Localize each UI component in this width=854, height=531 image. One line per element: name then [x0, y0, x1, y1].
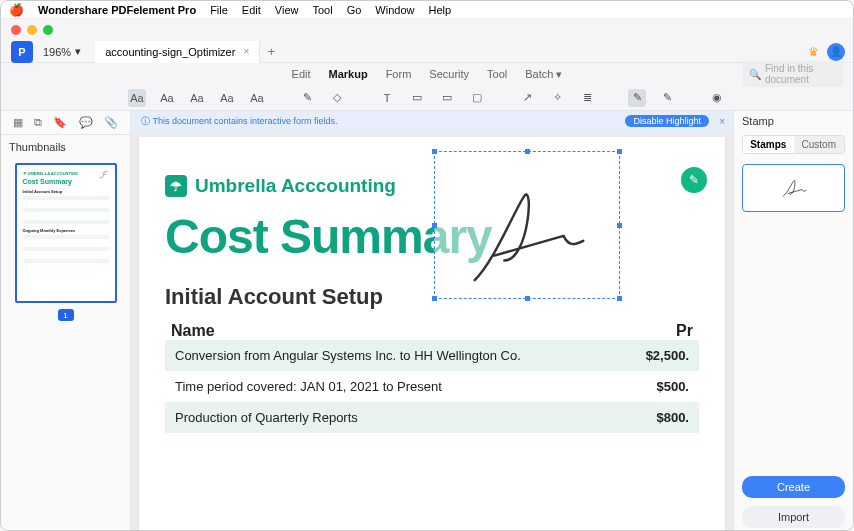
resize-handle[interactable]: [432, 296, 437, 301]
resize-handle[interactable]: [617, 149, 622, 154]
stamps-panel-title: Stamp: [734, 111, 853, 131]
mode-markup[interactable]: Markup: [329, 68, 368, 80]
zoom-value: 196%: [43, 46, 71, 58]
row-name: Time period covered: JAN 01, 2021 to Pre…: [175, 379, 656, 394]
signature-preview-icon: [774, 173, 814, 203]
comments-tab-icon[interactable]: 💬: [79, 116, 93, 129]
mode-form[interactable]: Form: [386, 68, 412, 80]
chevron-down-icon: ▾: [556, 68, 562, 80]
underline-icon[interactable]: Aa: [188, 89, 206, 107]
page-thumbnail-1[interactable]: 𝓕 ☂ UMBRELLA ACCOUNTING Cost Summary Ini…: [15, 163, 117, 303]
textbox-icon[interactable]: T: [378, 89, 396, 107]
user-avatar-icon[interactable]: 👤: [827, 43, 845, 61]
thumbnails-tab-icon[interactable]: ▦: [13, 116, 23, 129]
note-icon[interactable]: ▭: [438, 89, 456, 107]
mode-edit[interactable]: Edit: [292, 68, 311, 80]
area-highlight-icon[interactable]: ▢: [468, 89, 486, 107]
table-row: Time period covered: JAN 01, 2021 to Pre…: [165, 371, 699, 402]
resize-handle[interactable]: [432, 149, 437, 154]
app-logo-icon[interactable]: P: [11, 41, 33, 63]
import-stamp-button[interactable]: Import: [742, 506, 845, 528]
tab-custom[interactable]: Custom: [794, 136, 845, 153]
pin-icon[interactable]: ✧: [548, 89, 566, 107]
mode-batch[interactable]: Batch ▾: [525, 68, 562, 81]
edit-fab-icon[interactable]: ✎: [681, 167, 707, 193]
row-name: Conversion from Angular Systems Inc. to …: [175, 348, 646, 363]
banner-close-icon[interactable]: ×: [719, 116, 725, 127]
doc-brand-name: Umbrella Acccounting: [195, 175, 396, 197]
document-tab[interactable]: accounting-sign_Optimizer ×: [95, 41, 260, 63]
thumb-section-2: Ongoing Monthly Expenses: [23, 228, 109, 233]
signature-tool-icon[interactable]: ✎: [658, 89, 676, 107]
eraser-icon[interactable]: ◇: [328, 89, 346, 107]
stamps-panel: Stamp Stamps Custom Create Import: [733, 111, 853, 531]
attachments-tab-icon[interactable]: 📎: [104, 116, 118, 129]
menubar-edit[interactable]: Edit: [242, 4, 261, 16]
highlight-text-icon[interactable]: Aa: [128, 89, 146, 107]
info-icon: ⓘ: [141, 115, 150, 128]
main-area: ▦ ⧉ 🔖 💬 📎 Thumbnails 𝓕 ☂ UMBRELLA ACCOUN…: [1, 111, 853, 531]
resize-handle[interactable]: [432, 223, 437, 228]
menubar-view[interactable]: View: [275, 4, 299, 16]
menubar-window[interactable]: Window: [375, 4, 414, 16]
window-chrome: [1, 19, 853, 41]
row-value: $500.: [656, 379, 689, 394]
zoom-control[interactable]: 196% ▾: [43, 45, 81, 58]
document-canvas: ⓘ This document contains interactive for…: [131, 111, 733, 531]
new-tab-button[interactable]: +: [260, 44, 282, 59]
menubar-tool[interactable]: Tool: [312, 4, 332, 16]
page-number-badge: 1: [58, 309, 74, 321]
pdf-page[interactable]: ✎ ☂ Umbrella Acccounting Cost Summary In…: [139, 137, 725, 531]
chevron-down-icon: ▾: [75, 45, 81, 58]
stamp-preview[interactable]: [742, 164, 845, 212]
measure-icon[interactable]: ≣: [578, 89, 596, 107]
document-tab-name: accounting-sign_Optimizer: [105, 46, 235, 58]
menubar-app-name[interactable]: Wondershare PDFelement Pro: [38, 4, 196, 16]
create-stamp-button[interactable]: Create: [742, 476, 845, 498]
pencil-icon[interactable]: ✎: [298, 89, 316, 107]
insert-text-icon[interactable]: Aa: [248, 89, 266, 107]
sidebar-tab-icons: ▦ ⧉ 🔖 💬 📎: [1, 111, 130, 135]
hide-annotations-icon[interactable]: ◉: [708, 89, 726, 107]
arrow-icon[interactable]: ↗: [518, 89, 536, 107]
row-value: $800.: [656, 410, 689, 425]
resize-handle[interactable]: [525, 296, 530, 301]
resize-handle[interactable]: [617, 223, 622, 228]
menubar-file[interactable]: File: [210, 4, 228, 16]
row-value: $2,500.: [646, 348, 689, 363]
document-search-input[interactable]: 🔍 Find in this document: [743, 61, 843, 87]
premium-crown-icon[interactable]: ♛: [808, 45, 819, 59]
thumb-brand: ☂ UMBRELLA ACCOUNTING: [23, 171, 109, 176]
table-row: Production of Quarterly Reports $800.: [165, 402, 699, 433]
window-minimize-icon[interactable]: [27, 25, 37, 35]
stamp-tool-icon[interactable]: ✎: [628, 89, 646, 107]
form-banner-text: This document contains interactive form …: [153, 116, 338, 126]
menubar-help[interactable]: Help: [428, 4, 451, 16]
disable-highlight-button[interactable]: Disable Highlight: [625, 115, 709, 127]
table-header: Name Pr: [165, 322, 699, 340]
os-menubar: 🍎 Wondershare PDFelement Pro File Edit V…: [1, 1, 853, 19]
window-maximize-icon[interactable]: [43, 25, 53, 35]
tab-close-icon[interactable]: ×: [243, 46, 249, 57]
mode-security[interactable]: Security: [429, 68, 469, 80]
thumb-section: Initial Account Setup: [23, 189, 109, 194]
thumb-signature-icon: 𝓕: [100, 169, 107, 181]
resize-handle[interactable]: [617, 296, 622, 301]
apple-logo-icon[interactable]: 🍎: [9, 3, 24, 17]
callout-icon[interactable]: ▭: [408, 89, 426, 107]
resize-handle[interactable]: [525, 149, 530, 154]
table-row: Conversion from Angular Systems Inc. to …: [165, 340, 699, 371]
menubar-go[interactable]: Go: [347, 4, 362, 16]
tab-stamps[interactable]: Stamps: [743, 136, 794, 153]
thumbnails-title: Thumbnails: [1, 135, 130, 159]
text-style-icon[interactable]: Aa: [158, 89, 176, 107]
fields-tab-icon[interactable]: ⧉: [34, 116, 42, 129]
bookmark-tab-icon[interactable]: 🔖: [53, 116, 67, 129]
window-close-icon[interactable]: [11, 25, 21, 35]
search-placeholder: Find in this document: [765, 63, 837, 85]
strikethrough-icon[interactable]: Aa: [218, 89, 236, 107]
mode-tool[interactable]: Tool: [487, 68, 507, 80]
stamps-custom-tabs: Stamps Custom: [742, 135, 845, 154]
umbrella-logo-icon: ☂: [165, 175, 187, 197]
signature-stamp[interactable]: [434, 151, 620, 299]
